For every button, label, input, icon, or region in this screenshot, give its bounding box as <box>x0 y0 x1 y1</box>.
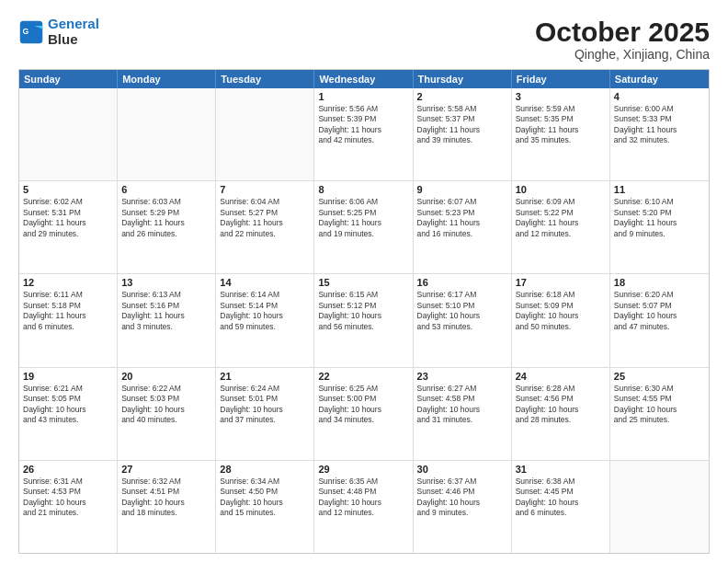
day-number-17: 17 <box>516 277 606 288</box>
day-info: Sunrise: 6:21 AM <box>23 384 113 394</box>
day-info: Sunrise: 6:11 AM <box>23 290 113 300</box>
day-info: Daylight: 10 hours <box>220 405 310 415</box>
day-info: Daylight: 10 hours <box>516 498 606 508</box>
day-11: 11Sunrise: 6:10 AMSunset: 5:20 PMDayligh… <box>610 181 709 273</box>
day-info: Sunrise: 6:34 AM <box>220 477 310 487</box>
day-25: 25Sunrise: 6:30 AMSunset: 4:55 PMDayligh… <box>610 368 709 460</box>
day-number-9: 9 <box>417 184 507 195</box>
day-number-11: 11 <box>614 184 705 195</box>
empty-cell <box>216 88 314 180</box>
day-info: Sunrise: 6:24 AM <box>220 384 310 394</box>
day-7: 7Sunrise: 6:04 AMSunset: 5:27 PMDaylight… <box>216 181 314 273</box>
header-sunday: Sunday <box>19 70 118 88</box>
day-info: Sunrise: 6:00 AM <box>614 104 705 114</box>
day-info: and 3 minutes. <box>121 322 211 332</box>
logo-icon: G <box>18 19 44 45</box>
day-number-27: 27 <box>121 464 211 475</box>
day-info: Sunrise: 6:22 AM <box>121 384 211 394</box>
day-info: Daylight: 10 hours <box>121 405 211 415</box>
day-info: Daylight: 10 hours <box>417 498 507 508</box>
svg-text:G: G <box>22 26 28 35</box>
week-row-1: 5Sunrise: 6:02 AMSunset: 5:31 PMDaylight… <box>19 180 709 273</box>
day-info: and 6 minutes. <box>23 322 113 332</box>
day-info: and 31 minutes. <box>417 415 507 425</box>
day-info: Sunset: 5:12 PM <box>318 301 408 311</box>
day-info: Sunset: 5:37 PM <box>417 114 507 124</box>
day-27: 27Sunrise: 6:32 AMSunset: 4:51 PMDayligh… <box>118 461 216 553</box>
page: G General Blue October 2025 Qinghe, Xinj… <box>0 0 728 563</box>
day-info: Sunrise: 6:38 AM <box>516 477 606 487</box>
header-thursday: Thursday <box>414 70 512 88</box>
day-8: 8Sunrise: 6:06 AMSunset: 5:25 PMDaylight… <box>314 181 413 273</box>
header: G General Blue October 2025 Qinghe, Xinj… <box>18 17 710 62</box>
day-info: Sunrise: 6:14 AM <box>220 290 310 300</box>
day-20: 20Sunrise: 6:22 AMSunset: 5:03 PMDayligh… <box>118 368 216 460</box>
day-info: Daylight: 11 hours <box>121 311 211 321</box>
day-info: Sunrise: 6:27 AM <box>417 384 507 394</box>
calendar-title: October 2025 <box>535 17 710 47</box>
day-number-15: 15 <box>318 277 408 288</box>
day-info: Sunset: 5:20 PM <box>614 208 705 218</box>
week-row-3: 19Sunrise: 6:21 AMSunset: 5:05 PMDayligh… <box>19 367 709 460</box>
day-info: Sunrise: 6:07 AM <box>417 197 507 207</box>
empty-cell <box>118 88 216 180</box>
day-info: Daylight: 11 hours <box>417 218 507 228</box>
day-info: Sunset: 5:33 PM <box>614 114 705 124</box>
day-6: 6Sunrise: 6:03 AMSunset: 5:29 PMDaylight… <box>118 181 216 273</box>
day-info: Daylight: 11 hours <box>318 125 408 135</box>
day-number-28: 28 <box>220 464 310 475</box>
day-info: and 56 minutes. <box>318 322 408 332</box>
day-info: and 12 minutes. <box>318 508 408 518</box>
day-22: 22Sunrise: 6:25 AMSunset: 5:00 PMDayligh… <box>314 368 413 460</box>
day-info: Daylight: 11 hours <box>121 218 211 228</box>
day-number-3: 3 <box>516 91 606 102</box>
day-info: Sunset: 5:10 PM <box>417 301 507 311</box>
day-info: Daylight: 10 hours <box>23 498 113 508</box>
week-row-2: 12Sunrise: 6:11 AMSunset: 5:18 PMDayligh… <box>19 273 709 366</box>
day-number-26: 26 <box>23 464 113 475</box>
header-monday: Monday <box>118 70 216 88</box>
logo-text: General Blue <box>48 17 99 47</box>
day-number-18: 18 <box>614 277 705 288</box>
day-info: Daylight: 10 hours <box>318 498 408 508</box>
day-info: and 39 minutes. <box>417 135 507 145</box>
day-info: Sunset: 5:01 PM <box>220 394 310 404</box>
day-info: Sunset: 4:58 PM <box>417 394 507 404</box>
day-4: 4Sunrise: 6:00 AMSunset: 5:33 PMDaylight… <box>610 88 709 180</box>
day-info: Sunset: 4:51 PM <box>121 487 211 497</box>
day-info: and 32 minutes. <box>614 135 705 145</box>
day-number-31: 31 <box>516 464 606 475</box>
header-tuesday: Tuesday <box>216 70 314 88</box>
day-info: Daylight: 11 hours <box>614 218 705 228</box>
day-info: Sunrise: 6:30 AM <box>614 384 705 394</box>
day-info: Sunset: 4:48 PM <box>318 487 408 497</box>
day-info: Sunrise: 6:04 AM <box>220 197 310 207</box>
day-19: 19Sunrise: 6:21 AMSunset: 5:05 PMDayligh… <box>19 368 118 460</box>
day-number-12: 12 <box>23 277 113 288</box>
day-info: Daylight: 11 hours <box>23 311 113 321</box>
day-info: and 12 minutes. <box>516 229 606 239</box>
day-14: 14Sunrise: 6:14 AMSunset: 5:14 PMDayligh… <box>216 274 314 366</box>
day-info: Daylight: 10 hours <box>614 405 705 415</box>
day-info: Daylight: 10 hours <box>220 498 310 508</box>
day-info: Daylight: 11 hours <box>23 218 113 228</box>
day-info: and 15 minutes. <box>220 508 310 518</box>
day-number-20: 20 <box>121 371 211 382</box>
day-info: Sunrise: 6:28 AM <box>516 384 606 394</box>
day-number-13: 13 <box>121 277 211 288</box>
day-info: and 53 minutes. <box>417 322 507 332</box>
day-info: Daylight: 10 hours <box>417 405 507 415</box>
day-info: Sunset: 5:16 PM <box>121 301 211 311</box>
day-info: Sunrise: 6:06 AM <box>318 197 408 207</box>
day-info: Sunrise: 6:03 AM <box>121 197 211 207</box>
day-info: Daylight: 10 hours <box>516 405 606 415</box>
day-info: Sunset: 5:00 PM <box>318 394 408 404</box>
day-info: Sunset: 5:31 PM <box>23 208 113 218</box>
day-29: 29Sunrise: 6:35 AMSunset: 4:48 PMDayligh… <box>314 461 413 553</box>
day-21: 21Sunrise: 6:24 AMSunset: 5:01 PMDayligh… <box>216 368 314 460</box>
day-info: Sunrise: 6:25 AM <box>318 384 408 394</box>
day-info: Daylight: 10 hours <box>121 498 211 508</box>
day-number-21: 21 <box>220 371 310 382</box>
empty-cell <box>610 461 709 553</box>
day-info: and 19 minutes. <box>318 229 408 239</box>
